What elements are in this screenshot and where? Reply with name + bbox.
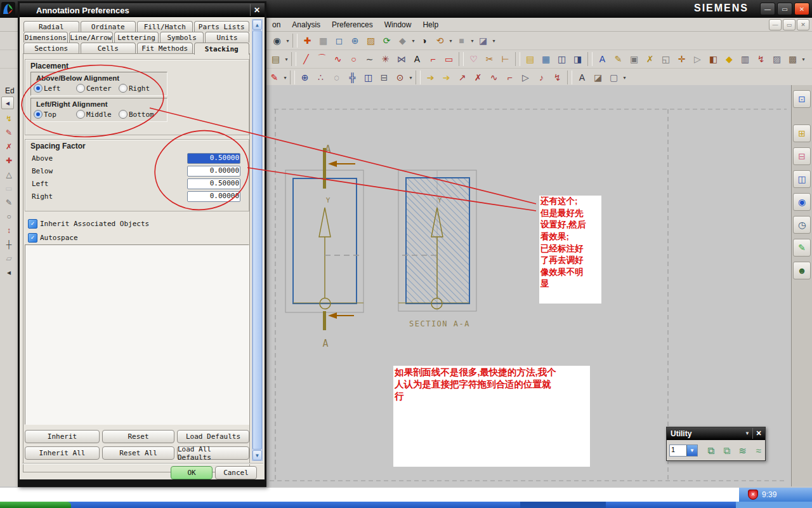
- radio-left[interactable]: Left: [34, 84, 76, 93]
- copy-view-icon[interactable]: ◱: [658, 52, 673, 67]
- dropdown-arrow-icon[interactable]: ▼: [686, 445, 697, 456]
- rotate-view-icon[interactable]: ⟲: [433, 34, 447, 48]
- find-icon[interactable]: ◉: [270, 34, 284, 48]
- view-doc-icon[interactable]: ◫: [554, 52, 569, 67]
- close-button[interactable]: ✕: [794, 3, 809, 15]
- music-note-icon[interactable]: ♪: [534, 70, 549, 85]
- render-style-icon[interactable]: ◑: [417, 34, 431, 48]
- arc-icon[interactable]: ⌒: [315, 52, 329, 67]
- minimize-button[interactable]: —: [760, 3, 775, 15]
- cancel-button[interactable]: Cancel: [215, 466, 257, 479]
- move-note-icon[interactable]: ↯: [754, 52, 768, 67]
- mdi-minimize-button[interactable]: —: [769, 19, 782, 30]
- clip-section-icon[interactable]: ◪: [476, 34, 490, 48]
- plus-red-icon[interactable]: ✚: [3, 154, 15, 167]
- tab-stacking[interactable]: Stacking: [194, 43, 250, 55]
- parallelogram-icon[interactable]: ▱: [3, 252, 15, 265]
- dialog-titlebar[interactable]: Annotation Preferences ✕: [20, 3, 265, 17]
- layer-settings-icon[interactable]: ⧉: [704, 443, 718, 458]
- refresh-icon[interactable]: ⟳: [379, 34, 394, 48]
- target-point-dropdown-icon[interactable]: ▾: [408, 75, 414, 81]
- shaded-view-dropdown-icon[interactable]: ▾: [410, 38, 416, 44]
- reset-button[interactable]: Reset: [102, 430, 174, 443]
- corner-note-icon[interactable]: ⌐: [502, 70, 517, 85]
- cross-red-icon[interactable]: ✗: [3, 140, 15, 153]
- menu-item-help[interactable]: Help: [417, 19, 444, 30]
- point-curve-icon[interactable]: ✳: [378, 52, 393, 67]
- project-curve-icon[interactable]: ♡: [466, 52, 481, 67]
- scroll-up-icon[interactable]: ▲: [252, 20, 262, 30]
- roles-icon[interactable]: ☻: [793, 262, 811, 279]
- image-icon[interactable]: ▦: [539, 52, 553, 67]
- pencil-red-icon[interactable]: ✎: [3, 126, 15, 139]
- leader-icon[interactable]: ↗: [455, 70, 469, 85]
- part-cube-icon[interactable]: ◆: [722, 52, 737, 67]
- datum-axis-icon[interactable]: ✛: [674, 52, 689, 67]
- tab-lettering[interactable]: Lettering: [114, 32, 159, 43]
- tab-radial[interactable]: Radial: [23, 21, 79, 32]
- autospace-checkbox[interactable]: ✓ Autospace: [28, 233, 78, 243]
- rotate-view-dropdown-icon[interactable]: ▾: [448, 38, 454, 44]
- blank-box-icon[interactable]: ▭: [3, 182, 15, 195]
- photo-dropdown-icon[interactable]: ▾: [801, 57, 806, 62]
- mirror-curve-icon[interactable]: ⋈: [394, 52, 409, 67]
- taskbar[interactable]: [0, 502, 812, 508]
- fill-style-icon[interactable]: ✎: [267, 70, 282, 85]
- angular-note-icon[interactable]: A: [575, 70, 589, 85]
- s-curve-icon[interactable]: ∿: [487, 70, 501, 85]
- radio-top[interactable]: Top: [34, 110, 76, 119]
- ok-button[interactable]: OK: [171, 466, 213, 479]
- reference-circle-icon[interactable]: ◌: [329, 70, 344, 85]
- clip-section-dropdown-icon[interactable]: ▾: [491, 38, 497, 44]
- fit-window-icon[interactable]: ⊡: [793, 90, 811, 108]
- collapse-arrow-icon[interactable]: ◂: [3, 266, 15, 279]
- assembly-navigator-icon[interactable]: ⊞: [793, 124, 811, 142]
- menu-item-preferences[interactable]: Preferences: [326, 19, 379, 30]
- reset-all-button[interactable]: Reset All: [102, 446, 174, 460]
- corner-icon[interactable]: ⌐: [426, 52, 440, 67]
- cross-hair-icon[interactable]: ┼: [3, 238, 15, 251]
- scroll-down-icon[interactable]: ▼: [252, 450, 262, 460]
- zoom-in-out-icon[interactable]: ⊕: [348, 34, 362, 48]
- constraint-navigator-icon[interactable]: ⊟: [793, 147, 811, 165]
- note-style-dropdown-icon[interactable]: ▾: [284, 57, 289, 62]
- menu-item-partial[interactable]: on: [266, 19, 286, 30]
- radio-right[interactable]: Right: [119, 84, 161, 93]
- spline-icon[interactable]: ∼: [362, 52, 377, 67]
- menu-item-analysis[interactable]: Analysis: [286, 19, 326, 30]
- key-note-icon[interactable]: ➔: [423, 70, 438, 85]
- annotation-text-icon[interactable]: A: [595, 52, 610, 67]
- edit-text-icon[interactable]: ✎: [611, 52, 625, 67]
- datum-plane-icon[interactable]: ▷: [690, 52, 705, 67]
- radio-bottom[interactable]: Bottom: [119, 110, 161, 119]
- lightning-icon[interactable]: ↯: [3, 112, 15, 125]
- tab-sections[interactable]: Sections: [23, 43, 79, 53]
- tab-ordinate[interactable]: Ordinate: [81, 21, 136, 32]
- security-shield-icon[interactable]: ✕: [748, 490, 758, 500]
- circle-icon[interactable]: ○: [346, 52, 361, 67]
- crosshatch-icon[interactable]: ╬: [345, 70, 360, 85]
- tab-fill-hatch[interactable]: Fill/Hatch: [137, 21, 193, 32]
- radio-middle[interactable]: Middle: [76, 110, 119, 119]
- inherit-all-button[interactable]: Inherit All: [25, 446, 100, 460]
- tab-cells[interactable]: Cells: [81, 43, 136, 53]
- dock-collapse-button[interactable]: ◄: [1, 97, 14, 109]
- display-mode-icon[interactable]: ■: [454, 34, 469, 48]
- key-label-icon[interactable]: ➔: [439, 70, 454, 85]
- menu-item-window[interactable]: Window: [379, 19, 417, 30]
- scrollbar-thumb[interactable]: [252, 30, 262, 450]
- text-icon[interactable]: A: [410, 52, 424, 67]
- photo-icon[interactable]: ▩: [785, 52, 800, 67]
- display-mode-dropdown-icon[interactable]: ▾: [469, 38, 475, 44]
- dialog-close-icon[interactable]: ✕: [250, 4, 263, 16]
- part-navigator-icon[interactable]: ◫: [793, 170, 811, 188]
- below-spacing-field[interactable]: 0.00000: [187, 166, 240, 177]
- section-view[interactable]: Y SECTION A-A: [398, 170, 476, 328]
- visualization-icon[interactable]: ✎: [793, 239, 811, 257]
- shaded-view-icon[interactable]: ◆: [395, 34, 410, 48]
- radio-center[interactable]: Center: [76, 84, 119, 93]
- centerline-2d-icon[interactable]: ⊟: [377, 70, 391, 85]
- load-defaults-button[interactable]: Load Defaults: [177, 430, 249, 443]
- line-icon[interactable]: ╱: [299, 52, 313, 67]
- copy-to-layer-icon[interactable]: ≈: [751, 443, 766, 458]
